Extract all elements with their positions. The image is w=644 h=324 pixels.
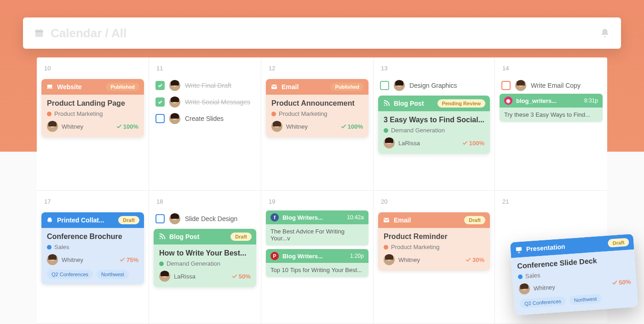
card-tag: Product Marketing [384, 244, 484, 250]
card-title: Conference Brochure [47, 233, 138, 241]
social-time: 1:20p [350, 253, 364, 259]
svg-point-7 [384, 105, 385, 106]
progress: 50% [231, 273, 251, 280]
task-row[interactable]: Write Social Messages [154, 94, 256, 110]
card-tag: Demand Generation [159, 260, 251, 267]
task-row[interactable]: Write Email Copy [500, 77, 603, 94]
task-label: Slide Deck Design [185, 215, 237, 222]
printer-icon [46, 216, 53, 224]
card-blog-post[interactable]: Blog Post Pending Review 3 Easy Ways to … [378, 96, 490, 154]
checkbox-checked[interactable] [155, 97, 165, 107]
tag-chip[interactable]: Northwest [569, 294, 602, 305]
card-blog-post[interactable]: Blog Post Draft How to Write Your Best..… [154, 229, 256, 287]
day-cell-10[interactable]: 10 Website Published Product Landing Pag… [37, 57, 149, 191]
avatar [515, 80, 526, 91]
tags-row: Q2 Conferences Northwest [47, 270, 138, 279]
day-cell-11[interactable]: 11 Write Final Draft Write Social Messag… [149, 57, 261, 191]
envelope-icon [383, 216, 390, 224]
day-cell-14[interactable]: 14 Write Email Copy ◉ blog_writers... 8:… [495, 57, 607, 191]
task-row[interactable]: Design Graphics [378, 77, 490, 94]
day-cell-13[interactable]: 13 Design Graphics Blog Post Pending Rev… [374, 57, 495, 191]
task-row[interactable]: Write Final Draft [154, 77, 256, 94]
dragging-card-presentation[interactable]: Presentation Draft Conference Slide Deck… [510, 234, 638, 315]
card-type: Blog Post [169, 233, 199, 240]
task-row[interactable]: Create Slides [154, 110, 256, 127]
card-tag: Product Marketing [271, 110, 363, 117]
owner-name: Whitney [62, 256, 115, 263]
social-text: Try these 3 Easy Ways to Find... [500, 108, 603, 122]
card-email[interactable]: Email Draft Product Reminder Product Mar… [378, 212, 490, 271]
card-printed-collateral[interactable]: Printed Collat... Draft Conference Broch… [41, 212, 144, 284]
day-number: 18 [154, 196, 256, 210]
facebook-icon: f [270, 213, 279, 222]
card-header: Website Published [41, 79, 144, 95]
card-tag: Product Marketing [47, 110, 138, 117]
task-label: Create Slides [185, 115, 224, 122]
owner-name: Whitney [62, 123, 112, 130]
tags-row: Q2 Conferences Northwest [519, 291, 632, 308]
page-title: Calendar / All [51, 26, 600, 40]
avatar [394, 80, 405, 91]
checkbox-empty[interactable] [155, 114, 165, 123]
progress: 100% [462, 140, 484, 147]
day-cell-17[interactable]: 17 Printed Collat... Draft Conference Br… [37, 191, 149, 324]
top-bar: Calendar / All [23, 17, 621, 49]
social-account: Blog Writers... [282, 214, 323, 221]
avatar [518, 283, 530, 295]
social-text: The Best Advice For Writing Your...v [266, 224, 368, 245]
card-header: Email Published [266, 79, 368, 95]
bell-icon[interactable] [600, 28, 610, 38]
day-cell-12[interactable]: 12 Email Published Product Announcement … [261, 57, 374, 191]
card-title: Product Landing Page [47, 99, 138, 108]
tag-chip[interactable]: Q2 Conferences [47, 270, 93, 279]
avatar [159, 271, 170, 282]
svg-rect-1 [35, 30, 43, 33]
card-type: Email [282, 83, 299, 91]
card-email[interactable]: Email Published Product Announcement Pro… [266, 79, 368, 137]
presentation-icon [515, 246, 523, 254]
owner-name: Whitney [533, 279, 608, 291]
task-row[interactable]: Slide Deck Design [154, 210, 256, 227]
social-card-facebook[interactable]: f Blog Writers... 10:42a The Best Advice… [266, 210, 368, 245]
day-cell-20[interactable]: 20 Email Draft Product Reminder Product … [374, 191, 495, 324]
tag-chip[interactable]: Northwest [97, 270, 129, 279]
status-badge: Draft [118, 216, 139, 224]
checkbox-empty[interactable] [380, 81, 389, 90]
progress: 100% [340, 123, 363, 130]
svg-rect-2 [37, 29, 38, 31]
task-label: Write Final Draft [185, 82, 231, 89]
checkbox-checked[interactable] [155, 81, 165, 90]
day-number: 13 [378, 63, 490, 77]
status-badge: Draft [608, 238, 629, 248]
owner-name: LaRissa [174, 273, 228, 280]
checkbox-empty[interactable] [155, 214, 165, 223]
status-badge: Pending Review [437, 99, 485, 108]
social-card-pinterest[interactable]: P Blog Writers... 1:20p Top 10 Tips for … [266, 249, 368, 277]
card-title: Product Reminder [384, 233, 484, 241]
day-number: 20 [378, 196, 490, 210]
social-card-instagram[interactable]: ◉ blog_writers... 8:31p Try these 3 Easy… [500, 94, 603, 122]
calendar-icon [34, 28, 44, 38]
checkbox-empty[interactable] [501, 81, 511, 90]
svg-rect-13 [516, 247, 522, 251]
avatar [47, 121, 58, 132]
tag-chip[interactable]: Q2 Conferences [519, 296, 566, 308]
day-cell-19[interactable]: 19 f Blog Writers... 10:42a The Best Adv… [261, 191, 374, 324]
social-text: Top 10 Tips for Writing Your Best... [266, 263, 368, 277]
progress: 30% [465, 256, 484, 263]
day-number: 11 [154, 63, 256, 77]
progress: 50% [611, 278, 631, 286]
avatar [384, 137, 395, 148]
owner-name: Whitney [286, 123, 337, 130]
progress: 75% [119, 256, 138, 263]
day-cell-18[interactable]: 18 Slide Deck Design Blog Post Draft How… [149, 191, 261, 324]
card-website[interactable]: Website Published Product Landing Page P… [41, 79, 144, 137]
instagram-icon: ◉ [504, 97, 512, 105]
day-number: 14 [500, 63, 603, 77]
social-account: Blog Writers... [282, 253, 323, 260]
card-type: Presentation [526, 243, 565, 253]
avatar [47, 254, 58, 265]
card-type: Printed Collat... [57, 216, 104, 224]
svg-point-11 [160, 238, 161, 239]
rss-icon [383, 100, 390, 107]
